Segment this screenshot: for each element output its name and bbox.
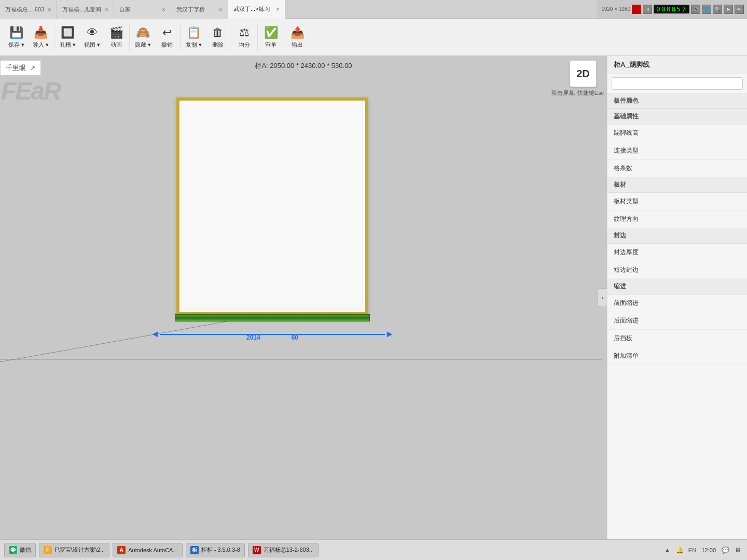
tab-close-4[interactable]: × xyxy=(275,5,280,13)
toolbar-icon-10: ✅ xyxy=(264,26,278,39)
toolbar-btn-2[interactable]: 🔲孔槽 ▾ xyxy=(56,21,80,54)
section-header-5: 封边 xyxy=(607,228,747,244)
toolbar-icon-1: 📥 xyxy=(34,26,48,39)
btn-cursor[interactable]: ➤ xyxy=(724,5,733,14)
tab-3[interactable]: 武汉丁字桥× xyxy=(171,0,228,19)
toolbar-btn-5[interactable]: 🙈隐藏 ▾ xyxy=(131,21,155,54)
tab-1[interactable]: 万福杨...儿童间× xyxy=(57,0,114,19)
taskbar-icon-3: 柜 xyxy=(190,546,199,554)
tab-close-0[interactable]: × xyxy=(47,6,51,13)
toolbar-label-10: 审单 xyxy=(265,41,276,49)
taskbar-label-2: Autodesk AutoCA... xyxy=(128,547,177,553)
toolbar-btn-6[interactable]: ↩撤销 xyxy=(155,21,179,54)
taskbar-label-1: F\罗宝\设计方案\2... xyxy=(54,546,105,554)
section-header-1: 基础属性 xyxy=(607,109,747,124)
btn-network[interactable]: 🌐 xyxy=(702,5,711,14)
toolbar-icon-5: 🙈 xyxy=(136,26,150,39)
prop-row-6-1[interactable]: 短边封边 xyxy=(607,261,747,279)
tab-label-3: 武汉丁字桥 xyxy=(176,6,216,13)
toolbar-icon-7: 📋 xyxy=(187,26,201,39)
toolbar-sep-10 xyxy=(284,24,284,50)
prop-row-6-0[interactable]: 封边厚度 xyxy=(607,244,747,261)
btn-red[interactable] xyxy=(632,5,641,14)
prop-row-2-2[interactable]: 格条数 xyxy=(607,160,747,177)
tab-label-0: 万福杨总...-603 xyxy=(5,6,45,13)
toolbar-btn-10[interactable]: ✅审单 xyxy=(259,21,283,54)
right-panel-search-input[interactable] xyxy=(612,77,743,90)
toolbar-icon-4: 🎬 xyxy=(109,26,123,39)
btn-search-top[interactable]: 🔍 xyxy=(713,5,722,14)
taskbar-icon-3[interactable]: EN xyxy=(687,545,697,555)
right-panel-sections: 板件颜色基础属性踢脚线高连接类型格条数板材板材类型纹理方向封边封边厚度短边封边缩… xyxy=(607,93,747,365)
external-link-icon[interactable]: ↗ xyxy=(30,64,35,72)
right-panel-search-container xyxy=(607,74,747,93)
toolbar-label-7: 复制 ▾ xyxy=(186,41,202,49)
tab-label-2: 自家 xyxy=(119,6,159,13)
resolution-label: 1920 × 1080 xyxy=(601,6,630,12)
prop-row-8-2[interactable]: 后挡板 xyxy=(607,330,747,347)
toolbar-sep-1 xyxy=(54,24,54,50)
tab-close-2[interactable]: × xyxy=(161,6,165,13)
prop-row-2-1[interactable]: 连接类型 xyxy=(607,142,747,160)
toolbar-btn-11[interactable]: 📤输出 xyxy=(285,21,309,54)
taskbar-label-4: 万福杨总13-2-603... xyxy=(264,546,314,554)
taskbar-icon-1[interactable]: ▲ xyxy=(662,545,672,555)
prop-row-8-1[interactable]: 后面缩进 xyxy=(607,312,747,330)
tab-4[interactable]: 武汉丁...>练习× xyxy=(228,0,285,19)
taskbar-icon-4: W xyxy=(253,546,261,554)
top-left-panel: 千里眼 ↗ xyxy=(0,60,41,76)
taskbar-icon-2[interactable]: 🔔 xyxy=(674,545,685,555)
right-panel-title: 柜A_踢脚线 xyxy=(607,56,747,74)
cabinet-outer xyxy=(176,97,368,315)
tab-0[interactable]: 万福杨总...-603× xyxy=(0,0,57,19)
cabinet-drawing: ◄ ► 2014 60 xyxy=(176,97,368,342)
toolbar-btn-1[interactable]: 📥导入 ▾ xyxy=(29,21,53,54)
toolbar-label-11: 输出 xyxy=(292,41,303,49)
toolbar-label-0: 保存 ▾ xyxy=(8,41,24,49)
toolbar: 💾保存 ▾📥导入 ▾🔲孔槽 ▾👁视图 ▾🎬动画🙈隐藏 ▾↩撤销📋复制 ▾🗑删除⚖… xyxy=(0,19,747,56)
taskbar-label-0: 微信 xyxy=(20,546,31,554)
taskbar-item-3[interactable]: 柜柜柜 - 3.5.0.3-8 xyxy=(186,543,245,557)
taskbar-item-2[interactable]: AAutodesk AutoCA... xyxy=(113,543,182,557)
taskbar-item-1[interactable]: FF\罗宝\设计方案\2... xyxy=(39,543,109,557)
prop-row-4-0[interactable]: 板材类型 xyxy=(607,193,747,211)
btn-edit[interactable]: ✏ xyxy=(735,5,744,14)
toolbar-label-6: 撤销 xyxy=(161,41,173,49)
top-left-label-text: 千里眼 xyxy=(6,63,26,73)
prop-row-2-0[interactable]: 踢脚线高 xyxy=(607,124,747,142)
canvas-area[interactable]: FEaR 千里眼 ↗ 柜A: 2050.00 * 2430.00 * 530.0… xyxy=(0,56,607,539)
toolbar-label-2: 孔槽 ▾ xyxy=(60,41,76,49)
dimension-labels: 2014 60 xyxy=(150,334,394,341)
tab-2[interactable]: 自家× xyxy=(114,0,171,19)
taskbar-item-0[interactable]: 💬微信 xyxy=(4,543,36,557)
btn-volume[interactable]: 🔊 xyxy=(691,5,700,14)
tab-close-3[interactable]: × xyxy=(218,6,223,13)
dim-label-2: 60 xyxy=(292,334,298,341)
taskbar-icon-2: A xyxy=(117,546,126,554)
2d-button[interactable]: 2D xyxy=(570,60,597,87)
toolbar-icon-0: 💾 xyxy=(9,26,23,39)
right-panel-collapse[interactable]: › xyxy=(598,288,607,307)
toolbar-icon-2: 🔲 xyxy=(61,26,75,39)
toolbar-label-3: 视图 ▾ xyxy=(84,41,100,49)
toolbar-btn-4[interactable]: 🎬动画 xyxy=(104,21,128,54)
prop-row-4-1[interactable]: 纹理方向 xyxy=(607,211,747,228)
toolbar-btn-8[interactable]: 🗑删除 xyxy=(206,21,230,54)
tab-close-1[interactable]: × xyxy=(104,6,108,13)
taskbar-icon-4[interactable]: 💬 xyxy=(720,545,730,555)
section-header-3: 板材 xyxy=(607,177,747,193)
prop-row-8-0[interactable]: 前面缩进 xyxy=(607,295,747,312)
info-bar: 柜A: 2050.00 * 2430.00 * 530.00 xyxy=(255,61,352,71)
toolbar-btn-7[interactable]: 📋复制 ▾ xyxy=(182,21,206,54)
2d-label: 2D xyxy=(576,68,590,80)
right-panel: 柜A_踢脚线 板件颜色基础属性踢脚线高连接类型格条数板材板材类型纹理方向封边封边… xyxy=(607,56,747,539)
toolbar-btn-9[interactable]: ⚖均分 xyxy=(232,21,256,54)
toolbar-btn-3[interactable]: 👁视图 ▾ xyxy=(80,21,104,54)
2d-hint: 双击屏幕, 快捷键Esc xyxy=(551,89,604,97)
toolbar-btn-0[interactable]: 💾保存 ▾ xyxy=(4,21,29,54)
btn-pause[interactable]: ⏸ xyxy=(643,5,652,14)
taskbar-item-4[interactable]: W万福杨总13-2-603... xyxy=(248,543,319,557)
toolbar-icon-6: ↩ xyxy=(162,26,172,39)
taskbar-icon-5[interactable]: 🖥 xyxy=(732,545,743,555)
prop-row-9-0[interactable]: 附加清单 xyxy=(607,347,747,365)
